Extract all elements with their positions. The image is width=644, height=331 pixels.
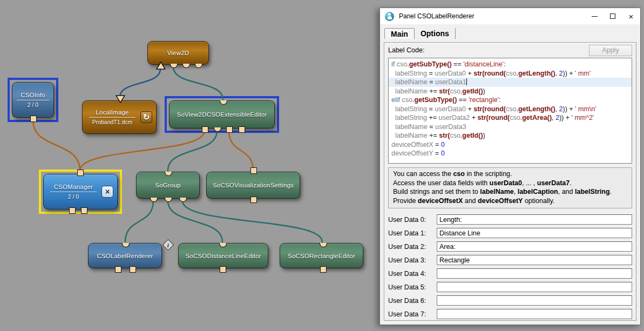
user-data-2-input[interactable] bbox=[437, 241, 632, 252]
connector-square[interactable] bbox=[202, 126, 208, 133]
node-title: SoView2DCSOExtensibleEditor bbox=[177, 111, 267, 118]
panel-window: Panel CSOLabelRenderer × MainOptions Lab… bbox=[379, 8, 641, 325]
node-view2d[interactable]: View2D bbox=[147, 41, 209, 65]
user-data-7-input[interactable] bbox=[437, 309, 632, 319]
user-data-row: User Data 5: bbox=[388, 280, 632, 294]
node-sogroup[interactable]: SoGroup bbox=[136, 172, 200, 199]
connector-square[interactable] bbox=[226, 126, 233, 133]
help-line: Build strings and set them to labelName,… bbox=[393, 187, 627, 197]
close-button[interactable]: × bbox=[622, 9, 640, 24]
code-line: labelString = userData0 + str(round(cso.… bbox=[389, 69, 632, 78]
user-data-5-input[interactable] bbox=[437, 282, 632, 292]
node-title: SoCSODistanceLineEditor bbox=[185, 253, 261, 259]
node-title: LocalImage bbox=[96, 109, 128, 116]
user-data-0-input[interactable] bbox=[437, 214, 632, 225]
user-data-row: User Data 3: bbox=[388, 253, 632, 267]
window-titlebar[interactable]: Panel CSOLabelRenderer × bbox=[380, 8, 640, 24]
user-data-1-input[interactable] bbox=[437, 228, 632, 238]
minimize-icon bbox=[592, 16, 598, 17]
user-data-section: User Data 0:User Data 1:User Data 2:User… bbox=[384, 212, 636, 321]
help-line: Provide deviceOffsetX and deviceOffsetY … bbox=[393, 197, 627, 206]
code-line: deviceOffsetX = 0 bbox=[389, 140, 632, 150]
node-title: CSOManager bbox=[54, 184, 93, 190]
panel-toggle-icon[interactable]: × bbox=[101, 186, 113, 198]
window-title: Panel CSOLabelRenderer bbox=[399, 12, 585, 20]
node-csomanager[interactable]: CSOManager2 / 0× bbox=[43, 174, 118, 210]
minimize-button[interactable] bbox=[585, 9, 604, 24]
maximize-button[interactable] bbox=[604, 9, 622, 24]
user-data-0-label: User Data 0: bbox=[388, 216, 437, 224]
user-data-4-input[interactable] bbox=[437, 268, 632, 279]
user-data-1-label: User Data 1: bbox=[388, 229, 437, 237]
connection-line bbox=[120, 69, 160, 97]
maximize-icon bbox=[610, 13, 615, 19]
connection-line bbox=[182, 201, 322, 242]
connector-square[interactable] bbox=[130, 266, 136, 273]
connection-line bbox=[33, 120, 80, 171]
connector-triangle[interactable] bbox=[116, 95, 125, 103]
user-data-row: User Data 2: bbox=[388, 240, 632, 253]
label-code-row: Label Code: Apply bbox=[384, 43, 636, 58]
connector-half[interactable] bbox=[219, 243, 227, 247]
connector-square[interactable] bbox=[250, 197, 257, 203]
connector-half[interactable] bbox=[320, 243, 327, 247]
connector-triangle[interactable] bbox=[156, 62, 166, 70]
connector-square[interactable] bbox=[320, 266, 327, 273]
mevislab-logo-icon bbox=[385, 12, 394, 21]
connector-square[interactable] bbox=[250, 167, 257, 174]
connector-square[interactable] bbox=[239, 126, 245, 133]
user-data-2-label: User Data 2: bbox=[388, 243, 437, 251]
reload-icon[interactable]: ↻ bbox=[140, 111, 152, 123]
user-data-row: User Data 0: bbox=[388, 213, 632, 226]
label-code-label: Label Code: bbox=[388, 46, 424, 54]
connector-square[interactable] bbox=[220, 266, 226, 273]
code-line: if cso.getSubType() == 'distanceLine': bbox=[389, 60, 632, 69]
user-data-row: User Data 1: bbox=[388, 226, 632, 240]
node-divider bbox=[17, 100, 49, 100]
connector-square[interactable] bbox=[77, 170, 84, 176]
node-title: SoCSORectangleEditor bbox=[288, 253, 355, 259]
user-data-row: User Data 6: bbox=[388, 294, 632, 307]
apply-button[interactable]: Apply bbox=[589, 45, 632, 56]
connection-line bbox=[229, 131, 253, 171]
node-title: CSOLabelRenderer bbox=[97, 253, 153, 259]
user-data-6-input[interactable] bbox=[437, 295, 632, 306]
user-data-row: User Data 7: bbox=[388, 307, 632, 321]
connector-square[interactable] bbox=[81, 207, 87, 214]
node-csoinfo[interactable]: CSOInfo2 / 0 bbox=[12, 82, 54, 118]
user-data-3-input[interactable] bbox=[437, 255, 632, 265]
tab-options[interactable]: Options bbox=[415, 28, 456, 39]
connector-square[interactable] bbox=[30, 116, 37, 122]
connector-square[interactable] bbox=[115, 266, 121, 273]
connector-half[interactable] bbox=[220, 100, 227, 105]
node-socsodistancelineeditor[interactable]: SoCSODistanceLineEditor bbox=[178, 243, 268, 268]
connection-line bbox=[173, 67, 223, 99]
connector-square[interactable] bbox=[69, 207, 76, 214]
node-subtitle: 2 / 0 bbox=[28, 102, 38, 108]
node-divider bbox=[89, 117, 135, 118]
tab-page-main: Label Code: Apply if cso.getSubType() ==… bbox=[384, 42, 636, 321]
code-line: elif cso.getSubType() == 'rectangle': bbox=[389, 96, 632, 105]
node-socsorectangleeditor[interactable]: SoCSORectangleEditor bbox=[280, 243, 363, 268]
node-soview2dcsoextensibleeditor[interactable]: SoView2DCSOExtensibleEditor bbox=[169, 100, 275, 129]
code-line: deviceOffsetY = 0 bbox=[389, 149, 632, 158]
help-line: You can access the cso in the scripting. bbox=[393, 170, 627, 179]
code-line: labelString += userData2 + str(round(cso… bbox=[389, 113, 632, 123]
user-data-6-label: User Data 6: bbox=[388, 297, 437, 305]
tab-main[interactable]: Main bbox=[384, 28, 415, 39]
connector-half[interactable] bbox=[122, 243, 130, 247]
code-line: labelName += str(cso.getId()) bbox=[389, 131, 632, 140]
user-data-row: User Data 4: bbox=[388, 267, 632, 280]
connector-half[interactable] bbox=[165, 172, 172, 176]
node-title: SoCSOVisualizationSettings bbox=[213, 182, 294, 188]
connection-line bbox=[168, 201, 222, 242]
node-title: View2D bbox=[167, 50, 189, 56]
connection-line bbox=[80, 131, 205, 171]
user-data-5-label: User Data 5: bbox=[388, 283, 437, 291]
user-data-4-label: User Data 4: bbox=[388, 270, 437, 278]
node-socsovisualizationsettings[interactable]: SoCSOVisualizationSettings bbox=[206, 172, 300, 199]
node-csolabelrenderer[interactable]: CSOLabelRenderer bbox=[88, 243, 162, 268]
label-code-editor[interactable]: if cso.getSubType() == 'distanceLine': l… bbox=[388, 58, 632, 164]
node-localimage[interactable]: LocalImageProbandT1.dcm↻ bbox=[82, 100, 157, 134]
text-cursor bbox=[466, 78, 467, 85]
